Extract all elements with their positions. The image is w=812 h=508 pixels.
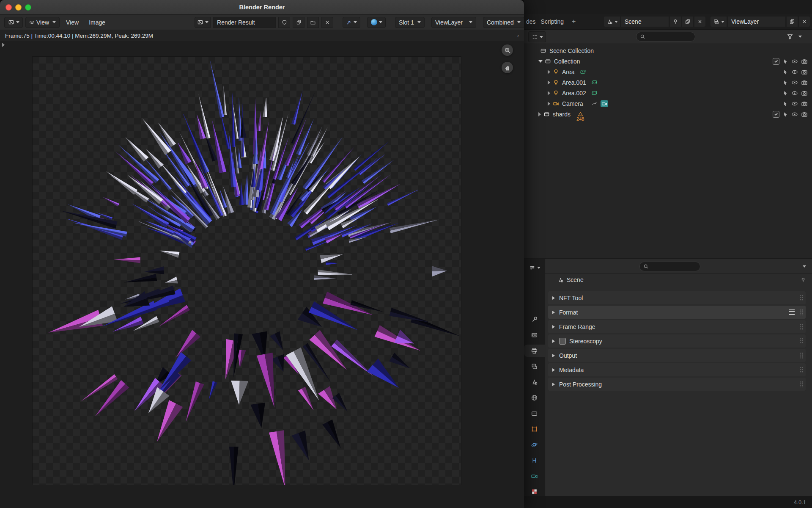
disclosure-closed-icon[interactable] [548,91,550,95]
hide-viewport-eye-icon[interactable] [791,100,798,107]
collection-checkbox[interactable] [773,58,779,65]
panel-stereoscopy[interactable]: Stereoscopy [548,334,806,348]
viewlayer-remove-button[interactable] [798,16,810,27]
editor-type-button[interactable] [4,17,23,28]
pan-hand-button[interactable] [502,62,513,73]
pin-icon[interactable] [800,277,806,283]
properties-editor-type-button[interactable] [527,262,542,273]
add-workspace-button[interactable]: + [568,16,579,28]
viewlayer-new-button[interactable] [786,16,798,27]
camera-data-tab-icon[interactable] [524,470,545,482]
breadcrumb-label[interactable]: Scene [567,276,584,283]
disable-render-camera-icon[interactable] [801,111,808,118]
collection-tab-icon[interactable] [524,407,545,420]
camera-data-badge[interactable] [601,100,608,107]
workspace-tab-fragment[interactable]: des [524,16,537,27]
unlink-image-button[interactable] [321,17,333,28]
outliner-row-scene-collection[interactable]: Scene Collection [524,45,812,56]
image-name-field[interactable]: Render Result [213,17,276,28]
render-canvas[interactable] [0,41,524,508]
selectable-icon[interactable] [782,58,788,64]
panel-grip[interactable] [800,309,804,315]
fake-user-shield-button[interactable] [278,17,290,28]
hide-viewport-eye-icon[interactable] [791,90,798,97]
scene-new-button[interactable] [682,16,694,27]
panel-grip[interactable] [800,381,804,387]
region-toggle-icon[interactable] [2,43,5,47]
panel-grip[interactable] [800,352,804,359]
viewlayer-name-field[interactable]: ViewLayer [727,16,786,27]
slot-dropdown[interactable]: Slot 1 [395,17,425,28]
panel-grip[interactable] [800,338,804,344]
selectable-icon[interactable] [782,69,788,75]
minimize-window-button[interactable] [15,4,22,11]
image-browse-button[interactable] [195,17,211,28]
tool-tab-icon[interactable] [524,313,545,326]
panel-nft-tool[interactable]: NFT Tool [548,291,806,304]
collection-checkbox[interactable] [773,111,779,118]
display-channels-dropdown[interactable] [367,17,386,28]
stereoscopy-checkbox[interactable] [559,338,566,345]
selectable-icon[interactable] [782,111,788,117]
outliner-row-area002[interactable]: Area.002 [524,88,812,98]
panel-output[interactable]: Output [548,349,806,362]
disable-render-camera-icon[interactable] [801,69,808,75]
disable-render-camera-icon[interactable] [801,58,808,65]
selectable-icon[interactable] [782,90,788,96]
outliner-row-camera[interactable]: Camera [524,98,812,109]
render-tab-icon[interactable] [524,329,545,341]
render-result-image[interactable] [33,57,461,485]
panel-menu-icon[interactable] [789,309,795,315]
close-window-button[interactable] [5,4,12,11]
hide-viewport-eye-icon[interactable] [791,79,798,86]
viewlayer-browse-button[interactable] [710,16,727,27]
editor-mode-dropdown[interactable]: View [25,17,60,28]
menu-image[interactable]: Image [85,19,109,26]
panel-frame-range[interactable]: Frame Range [548,320,806,333]
panel-post-processing[interactable]: Post Processing [548,378,806,391]
outliner-row-shards[interactable]: shards 248 [524,109,812,119]
outliner-row-area[interactable]: Area [524,66,812,77]
constraints-tab-icon[interactable] [524,454,545,467]
outliner-filter-button[interactable] [787,33,793,40]
render-window-titlebar[interactable]: Blender Render [0,0,524,15]
outliner-row-collection[interactable]: Collection [524,56,812,66]
open-image-button[interactable] [307,17,319,28]
hide-viewport-eye-icon[interactable] [791,111,798,118]
outliner-row-area001[interactable]: Area.001 [524,77,812,88]
hide-viewport-eye-icon[interactable] [791,58,798,65]
output-tab-icon[interactable] [524,345,545,357]
panel-format[interactable]: Format [548,306,806,319]
physics-tab-icon[interactable] [524,439,545,451]
world-tab-icon[interactable] [524,392,545,404]
panel-grip[interactable] [800,367,804,373]
disclosure-closed-icon[interactable] [538,112,541,116]
render-pass-dropdown[interactable]: Combined [483,17,524,28]
properties-search-input[interactable] [639,262,700,271]
disclosure-closed-icon[interactable] [548,80,550,85]
maximize-window-button[interactable] [25,4,31,11]
snap-dropdown[interactable] [343,17,360,28]
scene-tab-icon[interactable] [524,376,545,388]
render-layer-dropdown[interactable]: ViewLayer [431,17,476,28]
scene-unlink-button[interactable] [694,16,706,27]
disclosure-open-icon[interactable] [538,60,543,63]
outliner-editor-type-button[interactable] [528,31,546,42]
disclosure-closed-icon[interactable] [548,102,550,106]
outliner-search-input[interactable] [636,32,695,41]
properties-options-dropdown[interactable] [803,265,806,268]
disable-render-camera-icon[interactable] [801,79,808,86]
panel-metadata[interactable]: Metadata [548,363,806,376]
menu-view[interactable]: View [62,19,82,26]
disable-render-camera-icon[interactable] [801,100,808,107]
view-layer-tab-icon[interactable] [524,360,545,373]
panel-grip[interactable] [800,295,804,301]
selectable-icon[interactable] [782,101,788,107]
scene-pin-button[interactable] [669,16,681,27]
scene-browse-button[interactable] [604,16,620,27]
hide-viewport-eye-icon[interactable] [791,69,798,75]
new-image-button[interactable] [293,17,304,28]
disable-render-camera-icon[interactable] [801,90,808,97]
selectable-icon[interactable] [782,80,788,86]
zoom-button[interactable] [502,44,513,56]
